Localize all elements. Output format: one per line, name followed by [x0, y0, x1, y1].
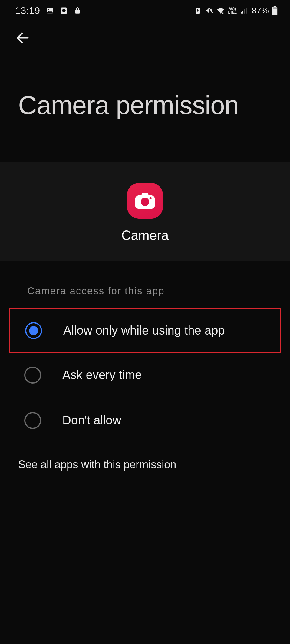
status-right: Vo)) LTE1 87%	[194, 6, 278, 15]
status-left: 13:19	[15, 5, 81, 16]
svg-rect-9	[246, 8, 246, 13]
wifi-icon	[216, 6, 225, 15]
radio-unselected-icon	[24, 367, 41, 384]
status-time: 13:19	[15, 5, 40, 16]
camera-icon	[135, 193, 155, 209]
option-ask-every-time[interactable]: Ask every time	[0, 352, 290, 398]
svg-rect-12	[273, 8, 277, 9]
svg-point-15	[141, 198, 149, 206]
signal-icon	[240, 7, 248, 15]
svg-rect-4	[75, 10, 80, 14]
svg-rect-8	[244, 9, 245, 14]
battery-percent: 87%	[252, 6, 269, 15]
svg-line-5	[209, 8, 212, 13]
battery-icon	[272, 6, 278, 15]
see-all-apps-link[interactable]: See all apps with this permission	[0, 443, 290, 486]
app-name: Camera	[121, 228, 169, 243]
permission-options-section: Camera access for this app Allow only wh…	[0, 261, 290, 486]
clock-card-icon	[60, 6, 68, 15]
picture-icon	[46, 6, 54, 15]
camera-app-icon	[127, 183, 163, 219]
option-dont-allow[interactable]: Don't allow	[0, 398, 290, 443]
option-label: Ask every time	[62, 368, 142, 382]
lock-icon	[74, 7, 81, 15]
radio-selected-icon	[25, 322, 42, 339]
volte-indicator: Vo)) LTE1	[228, 7, 237, 14]
title-region: Camera permission	[0, 54, 290, 162]
header-bar	[0, 21, 290, 54]
option-label: Allow only while using the app	[63, 324, 225, 337]
mute-vibrate-icon	[205, 6, 213, 15]
option-label: Don't allow	[62, 414, 121, 427]
option-allow-while-using[interactable]: Allow only while using the app	[9, 308, 281, 353]
status-bar: 13:19 Vo)) LTE1 87%	[0, 0, 290, 21]
svg-rect-11	[274, 6, 276, 7]
svg-point-16	[150, 197, 152, 199]
back-button[interactable]	[12, 27, 33, 48]
radio-unselected-icon	[24, 412, 41, 429]
page-title: Camera permission	[18, 91, 272, 119]
svg-point-1	[48, 9, 49, 10]
svg-rect-6	[241, 12, 242, 13]
battery-saver-icon	[194, 7, 202, 14]
arrow-left-icon	[15, 30, 31, 46]
section-label: Camera access for this app	[0, 285, 290, 309]
app-info-card: Camera	[0, 162, 290, 261]
svg-rect-7	[242, 11, 243, 14]
